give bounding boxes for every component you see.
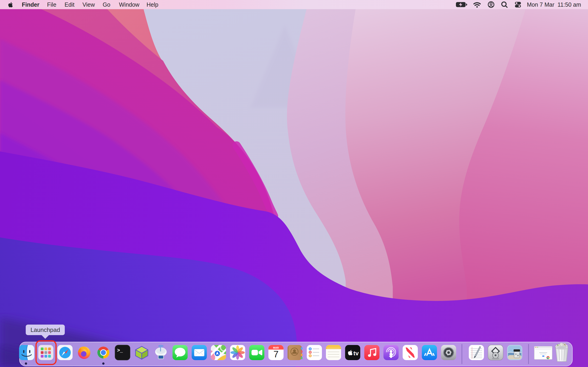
svg-text:7: 7 xyxy=(273,349,278,359)
svg-text:tv: tv xyxy=(354,350,359,357)
svg-text:MAR: MAR xyxy=(273,346,279,349)
svg-text:>_: >_ xyxy=(117,347,123,353)
